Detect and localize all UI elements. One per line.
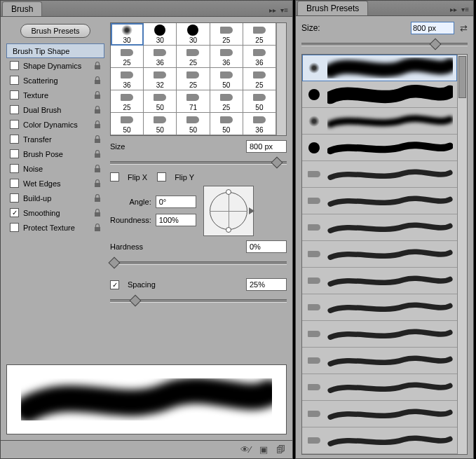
- option-checkbox[interactable]: [10, 179, 19, 188]
- preset-item[interactable]: [302, 401, 457, 427]
- option-protect-texture[interactable]: Protect Texture: [6, 220, 104, 235]
- brush-tip-cell[interactable]: 30: [177, 23, 210, 46]
- brush-tip-cell[interactable]: 30: [144, 23, 177, 46]
- option-wet-edges[interactable]: Wet Edges: [6, 176, 104, 191]
- tab-brush-presets[interactable]: Brush Presets: [297, 1, 368, 15]
- brush-tip-cell[interactable]: 50: [243, 90, 276, 113]
- preset-item[interactable]: [302, 135, 457, 161]
- option-checkbox[interactable]: [10, 90, 19, 100]
- option-transfer[interactable]: Transfer: [6, 132, 104, 146]
- lock-icon: [94, 135, 101, 144]
- angle-dial[interactable]: [203, 186, 254, 236]
- brush-tip-cell[interactable]: 36: [243, 46, 276, 68]
- size-input[interactable]: [246, 140, 287, 153]
- option-checkbox[interactable]: [10, 164, 19, 173]
- flip-x-checkbox[interactable]: [110, 172, 119, 181]
- option-dual-brush[interactable]: Dual Brush: [6, 102, 104, 117]
- option-shape-dynamics[interactable]: Shape Dynamics: [6, 58, 104, 73]
- preset-item[interactable]: [302, 55, 457, 81]
- option-checkbox[interactable]: [10, 149, 19, 158]
- brush-tip-cell[interactable]: 36: [210, 46, 243, 68]
- option-checkbox[interactable]: ✓: [10, 208, 19, 217]
- preset-scrollbar[interactable]: [457, 55, 467, 454]
- brush-tip-cell[interactable]: 50: [144, 113, 177, 135]
- option-checkbox[interactable]: [10, 193, 19, 203]
- brush-tip-size: 30: [156, 36, 164, 44]
- option-brush-tip-shape[interactable]: Brush Tip Shape: [6, 43, 104, 58]
- brush-tip-cell[interactable]: 50: [210, 68, 243, 90]
- preset-item[interactable]: [302, 81, 457, 108]
- trash-icon[interactable]: 🗐: [276, 444, 285, 455]
- brush-tip-cell[interactable]: 25: [243, 68, 276, 90]
- preset-item[interactable]: [302, 108, 457, 135]
- spacing-slider[interactable]: [110, 295, 287, 306]
- option-noise[interactable]: Noise: [6, 161, 104, 176]
- brush-tip-cell[interactable]: 25: [210, 23, 243, 46]
- spacing-checkbox[interactable]: ✓: [110, 280, 119, 289]
- option-checkbox[interactable]: [10, 135, 19, 144]
- panel-menu-icon[interactable]: ▾≡: [461, 6, 469, 13]
- option-brush-pose[interactable]: Brush Pose: [6, 146, 104, 161]
- brush-tip-cell[interactable]: 25: [111, 90, 144, 113]
- brush-tip-cell[interactable]: 50: [177, 113, 210, 135]
- brush-tip-cell[interactable]: 36: [144, 46, 177, 68]
- tab-brush[interactable]: Brush: [2, 1, 42, 16]
- hardness-input[interactable]: [246, 240, 287, 253]
- preset-item[interactable]: [302, 214, 457, 241]
- preset-item[interactable]: [302, 321, 457, 348]
- brush-tip-cell[interactable]: 50: [210, 113, 243, 135]
- angle-label: Angle:: [130, 198, 151, 206]
- option-checkbox[interactable]: [10, 76, 19, 85]
- option-build-up[interactable]: Build-up: [6, 191, 104, 205]
- option-checkbox[interactable]: [10, 105, 19, 114]
- roundness-input[interactable]: [156, 214, 196, 226]
- brush-tip-cell[interactable]: 30: [111, 23, 144, 46]
- brush-toggle-icon[interactable]: ⇄: [460, 23, 468, 34]
- toggle-preview-icon[interactable]: 👁⁄: [240, 444, 251, 455]
- preset-item[interactable]: [302, 241, 457, 268]
- brush-tip-cell[interactable]: 32: [144, 68, 177, 90]
- collapse-icon[interactable]: ▸▸: [269, 6, 276, 14]
- preset-item[interactable]: [302, 427, 457, 454]
- preset-size-input[interactable]: [411, 22, 454, 34]
- preset-item[interactable]: [302, 268, 457, 294]
- option-color-dynamics[interactable]: Color Dynamics: [6, 117, 104, 132]
- brush-tip-cell[interactable]: 50: [111, 113, 144, 135]
- hardness-slider[interactable]: [110, 257, 287, 268]
- preset-item[interactable]: [302, 374, 457, 401]
- option-checkbox[interactable]: [10, 61, 19, 70]
- brush-presets-button[interactable]: Brush Presets: [20, 24, 90, 38]
- spacing-input[interactable]: [246, 278, 287, 291]
- new-brush-icon[interactable]: ▣: [259, 444, 268, 455]
- flip-y-checkbox[interactable]: [157, 172, 166, 181]
- panel-menu-icon[interactable]: ▾≡: [280, 6, 288, 14]
- option-label: Shape Dynamics: [23, 62, 81, 70]
- brush-grid-scrollbar[interactable]: [276, 23, 286, 135]
- brush-tip-size: 25: [222, 104, 230, 111]
- brush-tip-size: 50: [189, 126, 197, 134]
- preset-item[interactable]: [302, 294, 457, 321]
- brush-tip-cell[interactable]: 71: [177, 90, 210, 113]
- svg-rect-0: [95, 65, 100, 69]
- collapse-icon[interactable]: ▸▸: [450, 6, 457, 13]
- brush-tip-cell[interactable]: 36: [111, 68, 144, 90]
- brush-tip-cell[interactable]: 25: [111, 46, 144, 68]
- preset-size-slider[interactable]: [301, 39, 468, 50]
- brush-tip-cell[interactable]: 25: [243, 23, 276, 46]
- option-texture[interactable]: Texture: [6, 88, 104, 102]
- option-smoothing[interactable]: ✓Smoothing: [6, 205, 104, 220]
- option-scattering[interactable]: Scattering: [6, 73, 104, 88]
- angle-input[interactable]: [156, 196, 196, 208]
- preset-item[interactable]: [302, 348, 457, 374]
- brush-tip-cell[interactable]: 25: [177, 68, 210, 90]
- brush-tip-size: 30: [189, 36, 197, 44]
- brush-tip-cell[interactable]: 50: [144, 90, 177, 113]
- option-checkbox[interactable]: [10, 223, 19, 232]
- option-checkbox[interactable]: [10, 120, 19, 129]
- preset-item[interactable]: [302, 188, 457, 214]
- preset-item[interactable]: [302, 161, 457, 188]
- brush-tip-cell[interactable]: 25: [177, 46, 210, 68]
- brush-tip-cell[interactable]: 25: [210, 90, 243, 113]
- size-slider[interactable]: [110, 157, 287, 168]
- brush-tip-cell[interactable]: 36: [243, 113, 276, 135]
